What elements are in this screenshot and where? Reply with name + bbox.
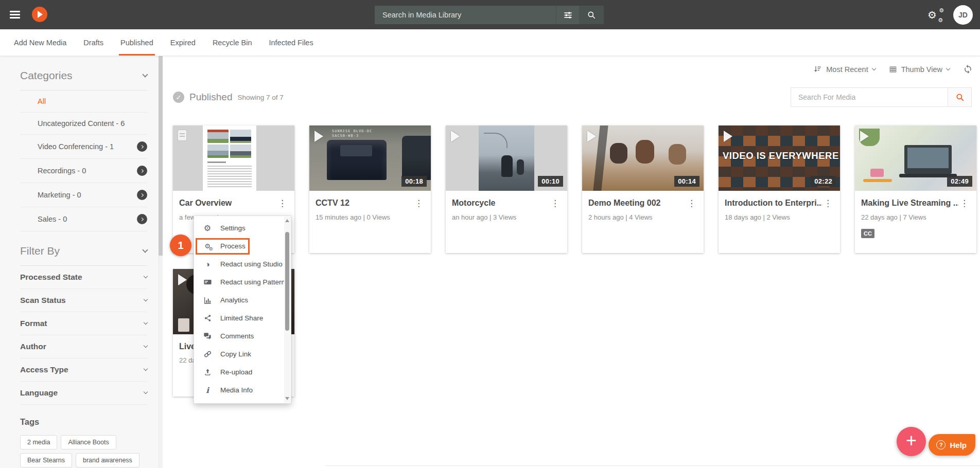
question-mark-icon: ? (936, 440, 946, 449)
menu-label: Redact using Pattern (220, 278, 285, 286)
media-card-demo-meeting-002[interactable]: 00:14 Demo Meeting 002 ⋮ 2 hours ago | 4… (582, 125, 704, 253)
categories-title: Categories (20, 69, 73, 82)
filter-access-type[interactable]: Access Type (20, 358, 147, 382)
help-label: Help (950, 441, 967, 449)
media-card-making-live-streaming[interactable]: 02:49 Making Live Streaming ... ⋮ 22 day… (855, 125, 976, 253)
sidebar-scrollbar[interactable] (159, 56, 163, 468)
categories-header[interactable]: Categories (20, 69, 147, 82)
kebab-menu-icon[interactable]: ⋮ (822, 199, 834, 208)
media-thumbnail[interactable] (173, 125, 294, 191)
filter-by-header[interactable]: Filter By (20, 245, 147, 257)
circle-chevron-right-icon[interactable] (137, 214, 147, 224)
category-item-all[interactable]: All (20, 91, 147, 113)
app-logo[interactable] (32, 7, 47, 22)
tab-published[interactable]: Published (120, 29, 153, 56)
kebab-menu-icon[interactable]: ⋮ (413, 199, 425, 208)
tab-infected-files[interactable]: Infected Files (269, 29, 313, 56)
media-thumbnail[interactable]: 00:14 (582, 125, 704, 191)
sort-dropdown[interactable]: Most Recent (813, 65, 875, 74)
tag-chip[interactable]: Bear Stearns (20, 453, 72, 467)
scroll-down-arrow-icon[interactable] (285, 397, 289, 400)
menu-item-settings[interactable]: ⚙ Settings (194, 219, 291, 237)
help-button[interactable]: ? Help (929, 434, 975, 456)
category-item-sales[interactable]: Sales - 0 (20, 207, 147, 231)
menu-scrollbar[interactable] (284, 217, 290, 403)
duration-badge: 00:14 (674, 176, 699, 187)
menu-scrollbar-thumb[interactable] (285, 232, 289, 331)
media-card-motorcycle[interactable]: 00:10 Motorcycle ⋮ an hour ago | 3 Views (446, 125, 567, 253)
info-icon: i (203, 386, 212, 395)
sidebar-scrollbar-thumb[interactable] (159, 56, 163, 256)
sort-icon (813, 65, 822, 74)
media-search-input[interactable] (791, 88, 948, 106)
menu-item-redact-using-studio[interactable]: ◑ Redact using Studio (194, 255, 291, 273)
menu-item-analytics[interactable]: Analytics (194, 291, 291, 309)
category-item-recordings[interactable]: Recordings - 0 (20, 159, 147, 183)
tag-chip[interactable]: Alliance Boots (61, 435, 116, 449)
media-search-button[interactable] (948, 88, 971, 106)
menu-item-limited-share[interactable]: Limited Share (194, 309, 291, 327)
search-filter-button[interactable] (556, 6, 579, 24)
kebab-menu-icon[interactable]: ⋮ (686, 199, 697, 208)
search-submit-button[interactable] (579, 6, 604, 24)
user-avatar[interactable]: JD (953, 5, 973, 25)
menu-item-comments[interactable]: Comments (194, 327, 291, 345)
tab-expired[interactable]: Expired (170, 29, 196, 56)
filter-label: Scan Status (20, 296, 66, 305)
circle-chevron-right-icon[interactable] (137, 190, 147, 200)
scroll-up-arrow-icon[interactable] (285, 219, 289, 222)
menu-item-re-upload[interactable]: Re-upload (194, 363, 291, 381)
search-icon (587, 10, 596, 20)
tab-recycle-bin[interactable]: Recycle Bin (213, 29, 252, 56)
filter-label: Author (20, 342, 46, 351)
tag-chip[interactable]: brand awareness (76, 453, 139, 467)
circle-chevron-right-icon[interactable] (137, 141, 147, 152)
category-item-uncategorized[interactable]: Uncategorized Content - 6 (20, 113, 147, 135)
add-media-fab[interactable]: + (897, 427, 926, 456)
admin-settings-gears-icon[interactable]: ⚙⚙⚙ (927, 10, 943, 20)
media-thumbnail[interactable]: 02:49 (855, 125, 976, 191)
media-thumbnail[interactable]: SUNRISE BLVD-DCSACS0-WB-3 00:18 (309, 125, 431, 191)
media-card-introduction[interactable]: VIDEO IS EVERYWHERE 02:22 Introduction t… (719, 125, 840, 253)
play-icon (451, 131, 460, 142)
media-library-search-input[interactable] (375, 6, 556, 24)
category-item-video-conferencing[interactable]: Video Conferencing - 1 (20, 135, 147, 159)
results-count: Showing 7 of 7 (237, 94, 283, 101)
media-card-cctv-12[interactable]: SUNRISE BLVD-DCSACS0-WB-3 00:18 CCTV 12 … (309, 125, 431, 253)
category-label: Recordings - 0 (38, 167, 86, 175)
link-icon (203, 350, 212, 358)
filter-processed-state[interactable]: Processed State (20, 266, 147, 289)
top-app-bar: ⚙⚙⚙ JD (0, 0, 980, 29)
media-title: Demo Meeting 002 (588, 199, 660, 208)
kebab-menu-icon[interactable]: ⋮ (276, 199, 288, 208)
media-search (791, 87, 972, 107)
search-icon (955, 93, 965, 102)
menu-item-redact-using-pattern[interactable]: Redact using Pattern (194, 273, 291, 291)
hamburger-menu-icon[interactable] (10, 11, 20, 20)
tags-title: Tags (20, 417, 147, 427)
media-context-menu: ⚙ Settings ⚙⚙ Process ◑ Redact using Stu… (194, 215, 291, 404)
media-meta: 18 days ago | 2 Views (725, 213, 834, 221)
media-thumbnail[interactable]: VIDEO IS EVERYWHERE 02:22 (719, 125, 840, 191)
category-item-marketing[interactable]: Marketing - 0 (20, 183, 147, 207)
tab-drafts[interactable]: Drafts (83, 29, 103, 56)
refresh-icon[interactable] (963, 64, 973, 74)
comments-icon (203, 332, 212, 340)
filter-scan-status[interactable]: Scan Status (20, 289, 147, 312)
library-tabs: Add New Media Drafts Published Expired R… (0, 29, 980, 56)
kebab-menu-icon[interactable]: ⋮ (549, 199, 561, 208)
media-thumbnail[interactable]: 00:10 (446, 125, 567, 191)
tab-add-new-media[interactable]: Add New Media (14, 29, 66, 56)
menu-item-copy-link[interactable]: Copy Link (194, 345, 291, 363)
view-dropdown[interactable]: Thumb View (889, 65, 950, 74)
circle-chevron-right-icon[interactable] (137, 166, 147, 176)
kebab-menu-icon[interactable]: ⋮ (958, 199, 970, 208)
filter-format[interactable]: Format (20, 312, 147, 335)
tag-chip[interactable]: 2 media (20, 435, 57, 449)
divider (325, 465, 980, 466)
play-logo-icon (38, 11, 43, 18)
filter-language[interactable]: Language (20, 382, 147, 405)
filter-author[interactable]: Author (20, 335, 147, 358)
menu-item-media-info[interactable]: i Media Info (194, 381, 291, 399)
chevron-down-icon (142, 71, 148, 77)
